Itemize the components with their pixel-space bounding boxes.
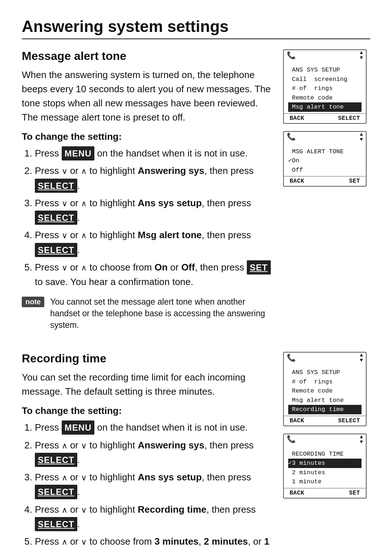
- menu-key: MENU: [62, 420, 95, 435]
- up-arrow-icon: ▲: [360, 50, 363, 55]
- screen1-icon-row: 📞 ▲ ▼: [284, 50, 366, 60]
- up-arrow-icon: ▲: [360, 434, 363, 439]
- up-arrow-icon: ∧: [81, 231, 87, 240]
- down-arrow-icon: ∨: [62, 199, 68, 208]
- screen2-icon-row: 📞 ▲ ▼: [284, 132, 366, 142]
- screen2-msg-alert: 📞 ▲ ▼ MSG ALERT TONE ✓On Off BACK SET: [283, 131, 367, 187]
- up-arrow-icon: ∧: [62, 441, 68, 450]
- down-arrow-icon: ∨: [62, 167, 68, 176]
- back-label: BACK: [290, 178, 304, 184]
- screen-row-highlighted: Msg alert tone: [288, 102, 362, 112]
- step: Press ∨ or ∧ to highlight Answering sys,…: [35, 163, 272, 193]
- section-recording-time: Recording time You can set the recording…: [22, 352, 370, 549]
- up-arrow-icon: ∧: [62, 505, 68, 515]
- screen-row: Msg alert tone: [288, 396, 362, 405]
- screen-arrows: ▲ ▼: [360, 434, 363, 444]
- screen-row: MSG ALERT TONE: [288, 147, 362, 156]
- screen-row: 2 minutes: [288, 468, 362, 477]
- back-label: BACK: [290, 418, 304, 424]
- up-arrow-icon: ∧: [62, 537, 68, 546]
- set-key: SET: [247, 260, 271, 274]
- select-key: SELECT: [35, 243, 77, 257]
- step: Press ∧ or ∨ to highlight Ans sys setup,…: [35, 470, 272, 499]
- screen2-body: MSG ALERT TONE ✓On Off: [284, 143, 366, 176]
- note-box: note You cannot set the message alert to…: [22, 296, 272, 331]
- screen2-icon-row: 📞 ▲ ▼: [284, 434, 366, 444]
- screen-row: Remote code: [288, 386, 362, 396]
- step: Press ∧ or ∨ to highlight Answering sys,…: [35, 438, 272, 467]
- down-arrow-icon: ▼: [360, 358, 363, 363]
- down-arrow-icon: ∨: [62, 231, 68, 240]
- select-label: SELECT: [338, 115, 360, 122]
- screen1-body: ANS SYS SETUP Call screening # of rings …: [284, 62, 366, 113]
- section2-to-change: To change the setting:: [22, 405, 272, 416]
- step: Press MENU on the handset when it is not…: [35, 146, 272, 160]
- back-label: BACK: [290, 115, 304, 122]
- down-arrow-icon: ∨: [81, 505, 87, 515]
- up-arrow-icon: ∧: [81, 263, 87, 272]
- screen-row: # of rings: [288, 377, 362, 387]
- select-label: SELECT: [338, 418, 360, 424]
- screen-row: ANS SYS SETUP: [288, 65, 362, 75]
- screen-arrows: ▲ ▼: [360, 132, 363, 142]
- down-arrow-icon: ∨: [62, 263, 68, 272]
- screen-row: 1 minute: [288, 477, 362, 487]
- screen-row: Off: [288, 166, 362, 175]
- screen-row: Call screening: [288, 75, 362, 84]
- screen1-body: ANS SYS SETUP # of rings Remote code Msg…: [284, 364, 366, 416]
- down-arrow-icon: ▼: [360, 55, 363, 60]
- screen2-bottom-bar: BACK SET: [284, 176, 366, 186]
- section2-intro: You can set the recording time limit for…: [22, 370, 272, 399]
- screen-row-highlighted: Recording time: [288, 405, 362, 414]
- screen-arrows: ▲ ▼: [360, 50, 363, 60]
- step: Press ∨ or ∧ to highlight Ans sys setup,…: [35, 196, 272, 225]
- up-arrow-icon: ∧: [81, 199, 87, 208]
- screen1-bottom-bar: BACK SELECT: [284, 113, 366, 123]
- down-arrow-icon: ▼: [360, 137, 363, 142]
- select-key: SELECT: [35, 517, 77, 531]
- step: Press ∧ or ∨ to choose from 3 minutes, 2…: [35, 534, 272, 549]
- section1-heading: Message alert tone: [22, 49, 272, 63]
- section2-steps: Press MENU on the handset when it is not…: [35, 420, 272, 549]
- screen-row: # of rings: [288, 84, 362, 93]
- step: Press ∨ or ∧ to choose from On or Off, t…: [35, 260, 272, 289]
- section1-screens: 📞 ▲ ▼ ANS SYS SETUP Call screening # of …: [283, 49, 370, 187]
- step: Press ∨ or ∧ to highlight Msg alert tone…: [35, 228, 272, 257]
- page-title: Answering system settings: [22, 17, 370, 39]
- screen-row: ✓On: [288, 156, 362, 166]
- screen1-bottom-bar: BACK SELECT: [284, 416, 366, 426]
- screen1-recording: 📞 ▲ ▼ ANS SYS SETUP # of rings Remote co…: [283, 352, 367, 426]
- select-key: SELECT: [35, 453, 77, 467]
- phone-icon: 📞: [287, 435, 296, 444]
- menu-key: MENU: [62, 146, 95, 160]
- down-arrow-icon: ∨: [81, 473, 87, 482]
- phone-icon: 📞: [287, 353, 296, 362]
- up-arrow-icon: ∧: [81, 167, 87, 176]
- screen-row: RECORDING TIME: [288, 450, 362, 459]
- set-label: SET: [349, 490, 360, 496]
- down-arrow-icon: ▼: [360, 439, 363, 444]
- step: Press MENU on the handset when it is not…: [35, 420, 272, 435]
- select-key: SELECT: [35, 211, 77, 225]
- note-text: You cannot set the message alert tone wh…: [50, 296, 272, 331]
- back-label: BACK: [290, 490, 304, 496]
- screen-row: Remote code: [288, 93, 362, 103]
- section1-intro: When the answering system is turned on, …: [22, 68, 272, 125]
- section2-left: Recording time You can set the recording…: [22, 352, 272, 549]
- up-arrow-icon: ∧: [62, 473, 68, 482]
- up-arrow-icon: ▲: [360, 132, 363, 137]
- phone-icon: 📞: [287, 132, 296, 141]
- screen-arrows: ▲ ▼: [360, 353, 363, 363]
- down-arrow-icon: ∨: [81, 537, 87, 546]
- down-arrow-icon: ∨: [81, 441, 87, 450]
- screen-row: ANS SYS SETUP: [288, 368, 362, 377]
- set-label: SET: [349, 178, 360, 184]
- section1-steps: Press MENU on the handset when it is not…: [35, 146, 272, 289]
- section-message-alert-tone: Message alert tone When the answering sy…: [22, 49, 370, 334]
- screen1-icon-row: 📞 ▲ ▼: [284, 353, 366, 363]
- phone-icon: 📞: [287, 51, 296, 60]
- select-key: SELECT: [35, 485, 77, 499]
- step: Press ∧ or ∨ to highlight Recording time…: [35, 502, 272, 532]
- screen-row-highlighted: ✓3 minutes: [288, 459, 362, 468]
- select-key: SELECT: [35, 179, 77, 193]
